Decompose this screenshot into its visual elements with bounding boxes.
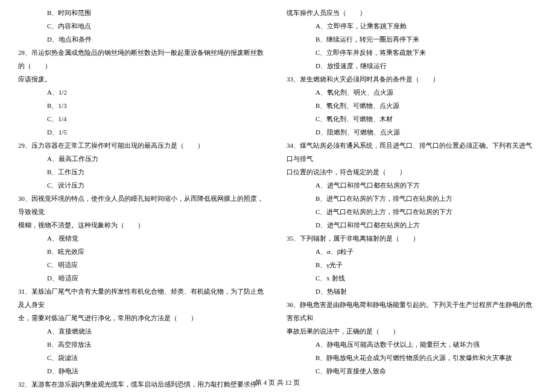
q34-opt-d: D、进气口和排气口都在站房的上方 [287, 218, 537, 232]
q35-text: 35、下列辐射，属于非电离辐射的是（ ） [287, 232, 537, 245]
q36-opt-c: C、静电可直接使人致命 [287, 364, 537, 378]
q28-text: 28、吊运炽热金属或危险品的钢丝绳的断丝数达到一般起重设备钢丝绳的报废断丝数的（… [18, 46, 268, 72]
q34-opt-a: A、进气口和排气口都在站房的下方 [287, 179, 537, 192]
q30-opt-a: A、视错觉 [18, 232, 268, 245]
page-footer: 第 4 页 共 12 页 [0, 378, 555, 387]
q33-opt-b: B、氧化剂、可燃物、点火源 [287, 99, 537, 112]
q31-cont: 全，需要对炼油厂尾气进行净化，常用的净化方法是（ ） [18, 311, 268, 324]
q33-text: 33、发生燃烧和火灾必须同时具备的条件是（ ） [287, 72, 537, 86]
left-column: B、时间和范围 C、内容和地点 D、地点和条件 28、吊运炽热金属或危险品的钢丝… [18, 6, 268, 356]
q33-opt-a: A、氧化剂、明火、点火源 [287, 86, 537, 99]
q32-opt-d: D、放慢速度，继续运行 [287, 59, 537, 72]
q30-opt-c: C、明适应 [18, 258, 268, 271]
q30-opt-d: D、暗适应 [18, 271, 268, 285]
q34-cont: 口位置的说法中，符合规定的是（ ） [287, 165, 537, 179]
q30-opt-b: B、眩光效应 [18, 245, 268, 258]
q34-text: 34、煤气站房必须有通风系统，而且进气口、排气口的位置必须正确。下列有关进气口与… [287, 139, 537, 165]
q35-opt-c: C、x 射线 [287, 271, 537, 285]
q31-opt-a: A、直接燃烧法 [18, 324, 268, 338]
q32-opt-c: C、立即停车并反转，将乘客疏散下来 [287, 46, 537, 59]
q29-opt-b: B、工作压力 [18, 165, 268, 179]
q35-opt-d: D、热辐射 [287, 285, 537, 298]
q36-text: 36、静电危害是由静电电荷和静电场能量引起的。下列关于生产过程所产生静电的危害形… [287, 298, 537, 324]
q36-opt-a: A、静电电压可能高达数千伏以上，能量巨大，破坏力强 [287, 338, 537, 351]
q32-opt-a: A、立即停车，让乘客跳下座舱 [287, 19, 537, 33]
q30-cont: 模糊，视物不清楚。这种现象称为（ ） [18, 218, 268, 232]
q28-cont: 应该报废。 [18, 72, 268, 86]
q28-opt-d: D、1/5 [18, 125, 268, 139]
q29-opt-a: A、最高工作压力 [18, 152, 268, 165]
q33-opt-d: D、阻燃剂、可燃物、点火源 [287, 125, 537, 139]
q29-opt-c: C、设计压力 [18, 179, 268, 192]
q31-opt-c: C、袋滤法 [18, 351, 268, 364]
q32-cont: 缆车操作人员应当（ ） [287, 6, 537, 19]
q28-opt-b: B、1/3 [18, 99, 268, 112]
q31-text: 31、某炼油厂尾气中含有大量的挥发性有机化合物、烃类、有机硫化物，为了防止危及人… [18, 285, 268, 311]
q30-text: 30、因视觉环境的特点，使作业人员的瞳孔短时间缩小，从而降低视网膜上的照度，导致… [18, 192, 268, 218]
q29-text: 29、压力容器在正常工艺操作时可能出现的最高压力是（ ） [18, 139, 268, 152]
q31-opt-d: D、静电法 [18, 364, 268, 378]
q34-opt-c: C、进气口在站房的上方，排气口在站房的下方 [287, 205, 537, 218]
q28-opt-a: A、1/2 [18, 86, 268, 99]
q27-opt-d: D、地点和条件 [18, 33, 268, 46]
q31-opt-b: B、高空排放法 [18, 338, 268, 351]
q27-opt-c: C、内容和地点 [18, 19, 268, 33]
q35-opt-b: B、γ光子 [287, 258, 537, 271]
q35-opt-a: A、α、β粒子 [287, 245, 537, 258]
q36-cont: 事故后果的说法中，正确的是（ ） [287, 324, 537, 338]
q28-opt-c: C、1/4 [18, 112, 268, 125]
q36-opt-b: B、静电放电火花会成为可燃性物质的点火源，引发爆炸和火灾事故 [287, 351, 537, 364]
q33-opt-c: C、氧化剂、可燃物、木材 [287, 112, 537, 125]
q27-opt-b: B、时间和范围 [18, 6, 268, 19]
q34-opt-b: B、进气口在站房的下方，排气口在站房的上方 [287, 192, 537, 205]
right-column: 缆车操作人员应当（ ） A、立即停车，让乘客跳下座舱 B、继续运行，转完一圈后再… [287, 6, 537, 356]
q32-opt-b: B、继续运行，转完一圈后再停下来 [287, 33, 537, 46]
